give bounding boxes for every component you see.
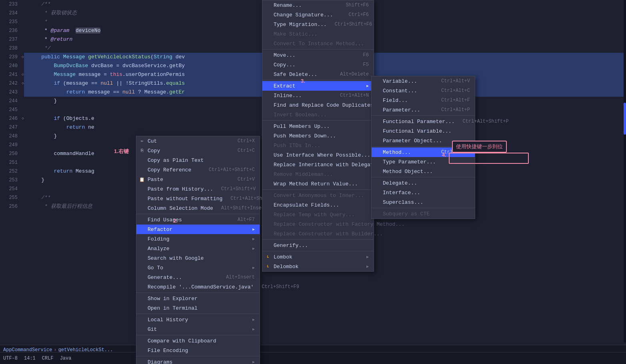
- arrow-icon: ▶: [366, 264, 369, 269]
- arrow-icon: ▶: [252, 227, 255, 232]
- extract-variable[interactable]: Variable... Ctrl+Alt+V: [372, 76, 475, 86]
- copy-icon: ⎘: [139, 147, 145, 154]
- refactor-use-interface[interactable]: Use Interface Where Possible...: [262, 150, 374, 160]
- refactor-wrap-return[interactable]: Wrap Method Return Value...: [262, 179, 374, 189]
- delombok-icon: L: [265, 263, 271, 270]
- extract-method-object[interactable]: Method Object...: [372, 167, 475, 176]
- menu-copy-reference[interactable]: Copy Reference Ctrl+Alt+Shift+C: [136, 165, 260, 175]
- refactor-invert-boolean[interactable]: Invert Boolean...: [262, 110, 374, 119]
- extract-superclass[interactable]: Superclass...: [372, 197, 475, 207]
- refactor-move[interactable]: Move... F6: [262, 50, 374, 60]
- separator: [262, 120, 374, 121]
- refactor-pull-up[interactable]: Pull Members Up...: [262, 121, 374, 131]
- menu-generate[interactable]: Generate... Alt+Insert: [136, 273, 260, 282]
- arrow-icon: ▶: [252, 360, 255, 364]
- menu-folding[interactable]: Folding ▶: [136, 234, 260, 244]
- scrollbar-track[interactable]: [624, 0, 626, 342]
- refactor-convert-instance[interactable]: Convert To Instance Method...: [262, 39, 374, 48]
- extract-parameter[interactable]: Parameter... Ctrl+Alt+P: [372, 105, 475, 115]
- separator: [262, 49, 374, 50]
- refactor-replace-constructor-factory[interactable]: Replace Constructor with Factory Method.…: [262, 219, 374, 229]
- arrow-icon: ▶: [366, 84, 369, 88]
- menu-show-explorer[interactable]: Show in Explorer: [136, 294, 260, 303]
- menu-copy-plain[interactable]: Copy as Plain Text: [136, 155, 260, 165]
- refactor-type-migration[interactable]: Type Migration... Ctrl+Shift+F6: [262, 20, 374, 29]
- status-line-col: 14:1: [24, 356, 36, 361]
- extract-type-param[interactable]: Type Parameter...: [372, 157, 475, 167]
- separator: [372, 115, 475, 116]
- menu-diagrams[interactable]: Diagrams ▶: [136, 357, 260, 364]
- refactor-delombok[interactable]: L Delombok ▶: [262, 262, 374, 271]
- refactor-replace-temp[interactable]: Replace Temp with Query...: [262, 210, 374, 219]
- extract-functional-variable[interactable]: Functional Variable...: [372, 126, 475, 136]
- menu-column-selection[interactable]: Column Selection Mode Alt+Shift+Insert: [136, 203, 260, 213]
- separator-3: [136, 314, 260, 314]
- refactor-encapsulate-fields[interactable]: Encapsulate Fields...: [262, 200, 374, 210]
- extract-field[interactable]: Field... Ctrl+Alt+F: [372, 95, 475, 105]
- menu-compare-clipboard[interactable]: Compare with Clipboard: [136, 336, 260, 346]
- menu-refactor[interactable]: Refactor ▶: [136, 225, 260, 234]
- refactor-copy[interactable]: Copy... F5: [262, 60, 374, 70]
- separator-2: [136, 292, 260, 293]
- menu-paste-history[interactable]: Paste from History... Ctrl+Shift+V: [136, 184, 260, 194]
- context-menu-refactor: Rename... Shift+F6 Change Signature... C…: [262, 0, 374, 272]
- arrow-icon: ▶: [252, 327, 255, 332]
- lombok-icon: L: [265, 254, 271, 260]
- refactor-change-signature[interactable]: Change Signature... Ctrl+F6: [262, 10, 374, 20]
- scissors-icon: ✂: [139, 138, 145, 144]
- refactor-find-replace-dup[interactable]: Find and Replace Code Duplicates...: [262, 100, 374, 110]
- refactor-extract[interactable]: Extract ▶: [262, 81, 374, 91]
- menu-file-encoding[interactable]: File Encoding: [136, 346, 260, 355]
- status-bar: UTF-8 14:1 CRLF Java: [0, 352, 626, 364]
- arrow-icon: ▶: [366, 255, 369, 259]
- separator: [372, 208, 475, 208]
- refactor-generify[interactable]: Generify...: [262, 241, 374, 250]
- menu-search-google[interactable]: Search with Google: [136, 253, 260, 263]
- menu-cut[interactable]: ✂ Cut Ctrl+X: [136, 136, 260, 146]
- status-java: Java: [60, 356, 72, 361]
- separator-4: [136, 335, 260, 335]
- status-encoding: UTF-8: [3, 356, 18, 361]
- separator-5: [136, 356, 260, 356]
- refactor-make-static[interactable]: Make Static...: [262, 29, 374, 39]
- step-3-label: 3.: [301, 78, 305, 84]
- menu-copy[interactable]: ⎘ Copy Ctrl+C: [136, 146, 260, 155]
- arrow-icon: ▶: [252, 237, 255, 241]
- separator: [262, 239, 374, 240]
- menu-paste[interactable]: 📋 Paste Ctrl+V: [136, 175, 260, 184]
- arrow-icon: ▶: [252, 246, 255, 251]
- step-4-label: 4.: [442, 152, 446, 158]
- refactor-replace-constructor-builder[interactable]: Replace Constructor with Builder...: [262, 229, 374, 239]
- menu-goto[interactable]: Go To ▶: [136, 263, 260, 273]
- refactor-remove-middleman[interactable]: Remove Middleman...: [262, 169, 374, 179]
- step-2-label: 2.: [173, 218, 178, 224]
- tooltip-shortcut: 使用快捷键一步到位: [452, 141, 507, 153]
- separator: [262, 80, 374, 80]
- separator-1: [136, 214, 260, 214]
- menu-open-terminal[interactable]: Open in Terminal: [136, 303, 260, 313]
- refactor-push-down[interactable]: Push Members Down...: [262, 131, 374, 141]
- paste-icon: 📋: [139, 176, 145, 183]
- refactor-push-itds[interactable]: Push ITDs In...: [262, 141, 374, 150]
- extract-subquery-cte[interactable]: Subquery as CTE: [372, 209, 475, 219]
- extract-constant[interactable]: Constant... Ctrl+Alt+C: [372, 86, 475, 95]
- refactor-replace-inheritance[interactable]: Replace Inheritance with Delegation...: [262, 160, 374, 169]
- extract-interface[interactable]: Interface...: [372, 188, 475, 197]
- menu-analyze[interactable]: Analyze ▶: [136, 244, 260, 253]
- scrollbar-thumb[interactable]: [624, 103, 626, 135]
- refactor-inline[interactable]: Inline... Ctrl+Alt+N: [262, 91, 374, 100]
- menu-recompile[interactable]: Recompile '...CommandService.java' Ctrl+…: [136, 282, 260, 292]
- extract-functional-param[interactable]: Functional Parameter... Ctrl+Alt+Shift+P: [372, 117, 475, 126]
- refactor-rename[interactable]: Rename... Shift+F6: [262, 0, 374, 10]
- menu-git[interactable]: Git ▶: [136, 324, 260, 334]
- menu-find-usages[interactable]: Find Usages Alt+F7: [136, 215, 260, 225]
- status-crlf: CRLF: [42, 356, 54, 361]
- refactor-lombok[interactable]: L Lombok ▶: [262, 252, 374, 262]
- refactor-convert-anon[interactable]: Convert Anonymous to Inner...: [262, 191, 374, 200]
- refactor-safe-delete[interactable]: Safe Delete... Alt+Delete: [262, 70, 374, 79]
- menu-paste-no-format[interactable]: Paste without Formatting Ctrl+Alt+Shift+…: [136, 194, 260, 203]
- extract-delegate[interactable]: Delegate...: [372, 178, 475, 188]
- context-menu-main: ✂ Cut Ctrl+X ⎘ Copy Ctrl+C Copy as Plain…: [136, 136, 260, 364]
- menu-local-history[interactable]: Local History ▶: [136, 315, 260, 324]
- step-1-label: 1.右键: [114, 148, 129, 155]
